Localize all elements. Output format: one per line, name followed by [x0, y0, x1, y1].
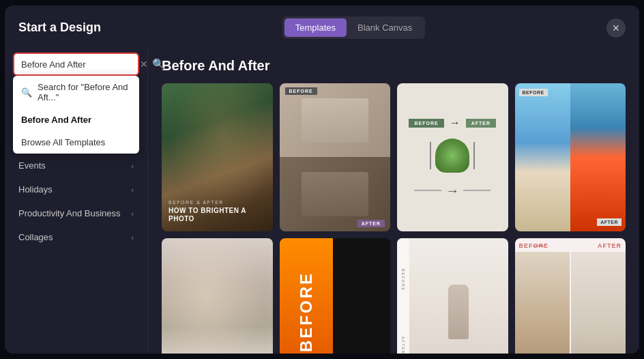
template-card-6[interactable]: BEFORE AFTER	[280, 238, 391, 354]
card8-before-header: BEFORE	[519, 242, 549, 249]
card8-after-header: AFTER	[598, 242, 621, 249]
sidebar-item-collages[interactable]: Collages ›	[13, 226, 139, 248]
dropdown-suggestion-label: Search for "Before And Aft..."	[38, 82, 131, 102]
dropdown-browse-all[interactable]: Browse All Templates	[13, 131, 139, 154]
dropdown-browse-label: Browse All Templates	[21, 137, 105, 147]
modal-header: Start a Design Templates Blank Canvas ✕	[5, 5, 639, 47]
chevron-icon: ›	[131, 233, 134, 242]
sidebar-item-label: Events	[18, 160, 46, 171]
search-submit-button[interactable]: 🔍	[152, 58, 165, 70]
before-label-box: BEFORE	[409, 119, 443, 128]
search-input[interactable]	[21, 59, 136, 70]
card1-title: HOW TO BRIGHTEN A PHOTO	[169, 207, 266, 223]
chevron-icon: ›	[131, 186, 134, 194]
template-card-2[interactable]: BEFORE AFTER	[280, 83, 391, 231]
modal-overlay: Start a Design Templates Blank Canvas ✕ …	[0, 0, 644, 359]
card6-before-text: BEFORE	[297, 272, 316, 352]
modal: Start a Design Templates Blank Canvas ✕ …	[5, 5, 639, 354]
template-card-5[interactable]: BEFORE AFTER	[162, 238, 273, 354]
card7-before-label: BEFORE	[401, 269, 405, 291]
card8-header: BEFORE AFTER	[519, 242, 622, 249]
template-card-8[interactable]: BEFORE AFTER BEFORE AFTER	[515, 238, 626, 354]
before-overlay-label: BEFORE	[519, 89, 548, 96]
dropdown-search-icon: 🔍	[21, 87, 32, 98]
sidebar-item-productivity-business[interactable]: Productivity And Business ›	[13, 202, 139, 225]
card2-before-label: BEFORE	[285, 87, 317, 95]
search-icon: 🔍	[152, 58, 165, 70]
card7-after-label: AFTER	[401, 336, 405, 354]
chevron-icon: ›	[131, 210, 134, 218]
sidebar-item-events[interactable]: Events ›	[13, 154, 139, 177]
dropdown-search-suggestion[interactable]: 🔍 Search for "Before And Aft..."	[13, 76, 139, 109]
template-card-1[interactable]: BEFORE & AFTER HOW TO BRIGHTEN A PHOTO	[162, 83, 273, 231]
dropdown-before-after[interactable]: Before And After	[13, 109, 139, 131]
search-clear-button[interactable]: ✕	[140, 59, 148, 69]
chevron-icon: ›	[131, 162, 134, 170]
tab-templates[interactable]: Templates	[284, 18, 347, 37]
search-dropdown: 🔍 Search for "Before And Aft..." Before …	[13, 76, 139, 154]
modal-title: Start a Design	[18, 20, 101, 35]
header-tabs: Templates Blank Canvas	[282, 16, 425, 39]
card3-labels: BEFORE → AFTER	[409, 117, 496, 129]
template-card-4[interactable]: BEFORE AFTER	[515, 83, 626, 231]
after-label-box: AFTER	[466, 119, 496, 128]
sidebar-item-label: Productivity And Business	[18, 208, 121, 218]
template-card-7[interactable]: BEFORE AFTER BEFORE AFTER	[397, 238, 508, 354]
search-input-wrapper: ✕ 🔍	[13, 53, 139, 76]
tab-blank-canvas[interactable]: Blank Canvas	[347, 18, 423, 37]
after-overlay-label: AFTER	[597, 218, 621, 226]
card2-after-label: AFTER	[357, 220, 385, 227]
search-container: ✕ 🔍 🔍 Search for "Before And Aft..."	[13, 53, 139, 76]
dropdown-direct-label: Before And After	[21, 115, 91, 125]
template-card-3[interactable]: BEFORE → AFTER →	[397, 83, 508, 231]
clear-icon: ✕	[140, 59, 148, 70]
sidebar-item-label: Holidays	[18, 184, 53, 195]
section-title: Before And After	[162, 58, 626, 74]
sidebar: ✕ 🔍 🔍 Search for "Before And Aft..."	[5, 47, 148, 354]
templates-grid: BEFORE & AFTER HOW TO BRIGHTEN A PHOTO B…	[162, 83, 626, 354]
close-button[interactable]: ✕	[606, 18, 626, 38]
sidebar-item-label: Collages	[18, 232, 53, 242]
close-icon: ✕	[612, 23, 620, 33]
sidebar-item-holidays[interactable]: Holidays ›	[13, 178, 139, 201]
main-content: Before And After BEFORE & AFTER HOW TO B…	[148, 47, 639, 354]
card1-sublabel: BEFORE & AFTER	[169, 200, 266, 205]
modal-body: ✕ 🔍 🔍 Search for "Before And Aft..."	[5, 47, 639, 354]
